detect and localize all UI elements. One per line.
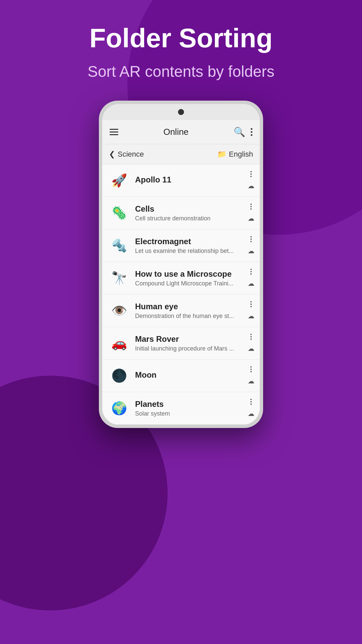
download-cloud-icon[interactable]: ☁ <box>248 312 254 320</box>
item-title: Electromagnet <box>135 237 243 246</box>
item-thumbnail: 👁️ <box>108 299 130 322</box>
folder-icon: 📁 <box>217 150 226 159</box>
download-cloud-icon[interactable]: ☁ <box>248 344 254 353</box>
item-title: How to use a Microscope <box>135 269 243 279</box>
page-subtitle: Sort AR contents by folders <box>87 62 274 80</box>
item-more-button[interactable] <box>250 204 252 210</box>
item-more-button[interactable] <box>250 399 252 405</box>
topbar-icons: 🔍 <box>234 126 252 138</box>
download-cloud-icon[interactable]: ☁ <box>248 214 254 222</box>
item-description: Compound Light Microscope Traini... <box>135 280 243 287</box>
search-icon[interactable]: 🔍 <box>234 126 245 138</box>
item-actions: ☁ <box>248 366 254 385</box>
camera-dot <box>178 109 184 115</box>
item-title: Cells <box>135 204 243 214</box>
item-description: Demonstration of the human eye st... <box>135 313 243 320</box>
item-more-button[interactable] <box>250 171 252 177</box>
item-text: Electromagnet Let us examine the relatio… <box>135 237 243 255</box>
item-more-button[interactable] <box>250 301 252 307</box>
item-thumbnail: 🔩 <box>108 234 130 257</box>
item-more-button[interactable] <box>250 334 252 340</box>
item-text: Planets Solar system <box>135 399 243 417</box>
item-thumbnail: 🚀 <box>108 169 130 192</box>
item-description: Cell structure demonstration <box>135 215 243 222</box>
download-cloud-icon[interactable]: ☁ <box>248 182 254 190</box>
item-actions: ☁ <box>248 399 254 418</box>
item-description: Initial launching procedure of Mars ... <box>135 345 243 352</box>
item-title: Planets <box>135 399 243 409</box>
breadcrumb-folder[interactable]: 📁 English <box>217 150 253 159</box>
list-item[interactable]: 🔭 How to use a Microscope Compound Light… <box>102 262 260 294</box>
item-text: How to use a Microscope Compound Light M… <box>135 269 243 287</box>
list-item[interactable]: 🚀 Apollo 11 ☁ <box>102 164 260 197</box>
more-button[interactable] <box>251 128 252 136</box>
item-description: Let us examine the relationship bet... <box>135 248 243 255</box>
item-more-button[interactable] <box>250 366 252 372</box>
item-actions: ☁ <box>248 236 254 255</box>
item-more-button[interactable] <box>250 236 252 242</box>
item-title: Mars Rover <box>135 334 243 344</box>
item-thumbnail: 🔭 <box>108 267 130 289</box>
item-description: Solar system <box>135 410 243 417</box>
item-text: Human eye Demonstration of the human eye… <box>135 302 243 320</box>
item-actions: ☁ <box>248 301 254 320</box>
item-actions: ☁ <box>248 334 254 353</box>
item-actions: ☁ <box>248 171 254 190</box>
item-more-button[interactable] <box>250 269 252 275</box>
camera-bar <box>102 104 260 120</box>
breadcrumb-back[interactable]: ❮ Science <box>109 150 144 159</box>
item-text: Mars Rover Initial launching procedure o… <box>135 334 243 352</box>
item-title: Human eye <box>135 302 243 311</box>
download-cloud-icon[interactable]: ☁ <box>248 247 254 255</box>
list-item[interactable]: 👁️ Human eye Demonstration of the human … <box>102 294 260 327</box>
list-item[interactable]: 🔩 Electromagnet Let us examine the relat… <box>102 229 260 262</box>
item-thumbnail: 🌍 <box>108 397 130 420</box>
phone-mockup: Online 🔍 ❮ Science 📁 English <box>99 101 263 428</box>
item-thumbnail: 🦠 <box>108 202 130 224</box>
item-thumbnail: 🚗 <box>108 332 130 355</box>
item-title: Moon <box>135 370 243 380</box>
content-list: 🚀 Apollo 11 ☁ 🦠 Cells Cell structure dem… <box>102 164 260 425</box>
breadcrumb-bar: ❮ Science 📁 English <box>102 144 260 164</box>
breadcrumb-science-label: Science <box>118 150 144 159</box>
download-cloud-icon[interactable]: ☁ <box>248 377 254 385</box>
list-item[interactable]: 🌑 Moon ☁ <box>102 360 260 392</box>
download-cloud-icon[interactable]: ☁ <box>248 410 254 418</box>
app-topbar: Online 🔍 <box>102 120 260 144</box>
page-headline: Folder Sorting <box>89 23 273 53</box>
menu-button[interactable] <box>110 129 118 135</box>
item-actions: ☁ <box>248 269 254 287</box>
list-item[interactable]: 🦠 Cells Cell structure demonstration ☁ <box>102 197 260 229</box>
item-title: Apollo 11 <box>135 175 243 184</box>
item-thumbnail: 🌑 <box>108 364 130 387</box>
item-actions: ☁ <box>248 204 254 222</box>
breadcrumb-english-label: English <box>229 150 253 159</box>
list-item[interactable]: 🚗 Mars Rover Initial launching procedure… <box>102 327 260 360</box>
item-text: Moon <box>135 370 243 381</box>
back-chevron-icon: ❮ <box>109 150 115 159</box>
download-cloud-icon[interactable]: ☁ <box>248 279 254 287</box>
item-text: Apollo 11 <box>135 175 243 186</box>
list-item[interactable]: 🌍 Planets Solar system ☁ <box>102 392 260 425</box>
topbar-title: Online <box>163 127 188 137</box>
item-text: Cells Cell structure demonstration <box>135 204 243 222</box>
